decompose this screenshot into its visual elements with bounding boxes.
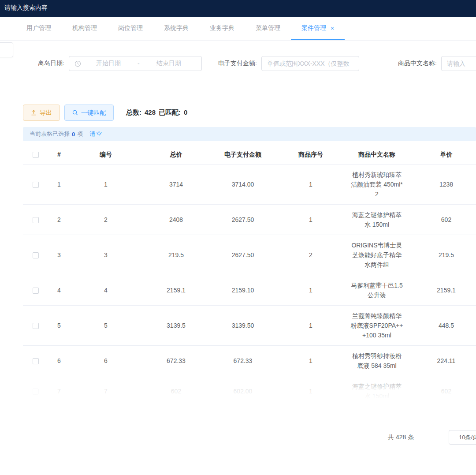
tab-用户管理[interactable]: 用户管理 bbox=[16, 17, 62, 40]
row-select-cell bbox=[23, 346, 48, 376]
row-select-cell bbox=[23, 235, 48, 275]
table-row: 1137143714.001植村秀新琥珀臻萃洁颜油套装 450ml*21238 bbox=[23, 165, 476, 205]
export-button[interactable]: 导出 bbox=[23, 105, 60, 121]
selection-prefix: 当前表格已选择 bbox=[30, 130, 70, 138]
row-checkbox[interactable] bbox=[33, 217, 39, 223]
one-click-match-button[interactable]: 一键匹配 bbox=[64, 105, 114, 121]
cell-单价: 1238 bbox=[408, 165, 476, 205]
cell-单价: 602 bbox=[408, 205, 476, 235]
column-header: # bbox=[48, 145, 70, 165]
depart-date-label: 离岛日期: bbox=[38, 60, 64, 67]
cell-商品中文名称: 植村秀羽纱持妆粉底液 584 35ml bbox=[346, 346, 408, 376]
cell-单价: 602 bbox=[408, 376, 476, 400]
row-checkbox[interactable] bbox=[33, 288, 39, 294]
table-header-row: #编号总价电子支付金额商品序号商品中文名称单价 bbox=[23, 145, 476, 165]
match-button-label: 一键匹配 bbox=[81, 109, 106, 117]
toolbar: 导出 一键匹配 总数: 428 已匹配: 0 bbox=[23, 105, 187, 121]
cell-商品序号: 2 bbox=[275, 235, 346, 275]
product-name-input[interactable] bbox=[441, 56, 476, 71]
total-label: 总数: bbox=[126, 108, 141, 117]
row-select-cell bbox=[23, 306, 48, 346]
export-icon bbox=[31, 110, 37, 116]
cell-#: 6 bbox=[48, 346, 70, 376]
date-range-separator: - bbox=[136, 60, 141, 67]
pagination-total: 共 428 条 bbox=[388, 434, 414, 441]
cell-单价: 2159.1 bbox=[408, 275, 476, 306]
cell-编号: 1 bbox=[70, 165, 142, 205]
table-row: 33219.52627.502ORIGINS韦博士灵芝焕能好底子精华水两件组21… bbox=[23, 235, 476, 275]
table-row: 442159.12159.101马爹利蓝带干邑1.5公升装2159.1 bbox=[23, 275, 476, 306]
table-row: 66672.33672.331植村秀羽纱持妆粉底液 584 35ml224.11 bbox=[23, 346, 476, 376]
tab-label: 系统字典 bbox=[164, 24, 189, 32]
depart-date-range-input[interactable]: 开始日期 - 结束日期 bbox=[69, 56, 202, 71]
tab-案件管理[interactable]: 案件管理× bbox=[291, 17, 345, 40]
start-date-placeholder: 开始日期 bbox=[81, 60, 136, 67]
page-size-value: 10条/页 bbox=[459, 434, 476, 441]
cell-编号: 5 bbox=[70, 306, 142, 346]
row-checkbox[interactable] bbox=[33, 323, 39, 329]
cell-商品中文名称: 植村秀新琥珀臻萃洁颜油套装 450ml*2 bbox=[346, 165, 408, 205]
row-checkbox[interactable] bbox=[33, 252, 39, 258]
row-select-cell bbox=[23, 205, 48, 235]
selection-suffix: 项 bbox=[77, 130, 83, 138]
table-row: 2224082627.501海蓝之谜修护精萃水 150ml602 bbox=[23, 205, 476, 235]
cell-编号: 7 bbox=[70, 376, 142, 400]
cell-编号: 2 bbox=[70, 205, 142, 235]
tab-岗位管理[interactable]: 岗位管理 bbox=[108, 17, 153, 40]
topbar: 请输入搜索内容 bbox=[0, 0, 476, 17]
select-all-checkbox[interactable] bbox=[33, 152, 39, 158]
cell-总价: 2408 bbox=[142, 205, 210, 235]
clock-icon bbox=[74, 60, 81, 67]
row-checkbox[interactable] bbox=[33, 358, 39, 364]
cell-电子支付金额: 2627.50 bbox=[210, 235, 275, 275]
epay-amount-input[interactable] bbox=[261, 56, 359, 71]
column-header: 总价 bbox=[142, 145, 210, 165]
row-checkbox[interactable] bbox=[33, 389, 39, 395]
close-icon[interactable]: × bbox=[331, 25, 334, 32]
tab-label: 用户管理 bbox=[26, 24, 51, 32]
cell-#: 1 bbox=[48, 165, 70, 205]
table-row: 553139.53139.501兰蔻菁纯臻颜精华粉底液SPF20PA+++100… bbox=[23, 306, 476, 346]
tab-label: 菜单管理 bbox=[256, 24, 280, 32]
cell-总价: 602 bbox=[142, 376, 210, 400]
tab-系统字典[interactable]: 系统字典 bbox=[153, 17, 199, 40]
row-select-cell bbox=[23, 275, 48, 306]
cell-总价: 3139.5 bbox=[142, 306, 210, 346]
tab-业务字典[interactable]: 业务字典 bbox=[199, 17, 245, 40]
cell-商品中文名称: 兰蔻菁纯臻颜精华粉底液SPF20PA+++100 35ml bbox=[346, 306, 408, 346]
end-date-placeholder: 结束日期 bbox=[141, 60, 196, 67]
page-size-select[interactable]: 10条/页 bbox=[449, 430, 476, 445]
tab-label: 岗位管理 bbox=[118, 24, 143, 32]
column-header: 商品中文名称 bbox=[346, 145, 408, 165]
match-counts: 总数: 428 已匹配: 0 bbox=[126, 108, 187, 117]
filter-depart-date: 离岛日期: 开始日期 - 结束日期 bbox=[38, 56, 202, 71]
cell-编号: 6 bbox=[70, 346, 142, 376]
collapsed-panel-stub[interactable] bbox=[0, 42, 13, 57]
cell-单价: 219.5 bbox=[408, 235, 476, 275]
cell-电子支付金额: 3139.50 bbox=[210, 306, 275, 346]
cell-商品中文名称: 马爹利蓝带干邑1.5公升装 bbox=[346, 275, 408, 306]
cell-电子支付金额: 2159.10 bbox=[210, 275, 275, 306]
tab-菜单管理[interactable]: 菜单管理 bbox=[245, 17, 291, 40]
cell-商品序号: 1 bbox=[275, 306, 346, 346]
cell-编号: 3 bbox=[70, 235, 142, 275]
case-table: #编号总价电子支付金额商品序号商品中文名称单价 1137143714.001植村… bbox=[23, 145, 476, 400]
table-row: 77602602.001海蓝之谜修护精萃水 150ml602 bbox=[23, 376, 476, 400]
row-checkbox[interactable] bbox=[33, 182, 39, 188]
clear-selection-link[interactable]: 清空 bbox=[89, 130, 103, 138]
selection-count: 0 bbox=[72, 131, 75, 138]
header-select-cell bbox=[23, 145, 48, 165]
cell-#: 2 bbox=[48, 205, 70, 235]
cell-单价: 224.11 bbox=[408, 346, 476, 376]
row-select-cell bbox=[23, 165, 48, 205]
row-select-cell bbox=[23, 376, 48, 400]
column-header: 商品序号 bbox=[275, 145, 346, 165]
column-header: 单价 bbox=[408, 145, 476, 165]
cell-#: 7 bbox=[48, 376, 70, 400]
product-name-label: 商品中文名称: bbox=[398, 60, 437, 67]
cell-商品序号: 1 bbox=[275, 376, 346, 400]
tab-机构管理[interactable]: 机构管理 bbox=[62, 17, 108, 40]
tab-label: 案件管理 bbox=[301, 24, 326, 32]
selection-bar: 当前表格已选择 0 项 清空 bbox=[23, 127, 476, 141]
global-search-input[interactable]: 请输入搜索内容 bbox=[4, 4, 48, 11]
